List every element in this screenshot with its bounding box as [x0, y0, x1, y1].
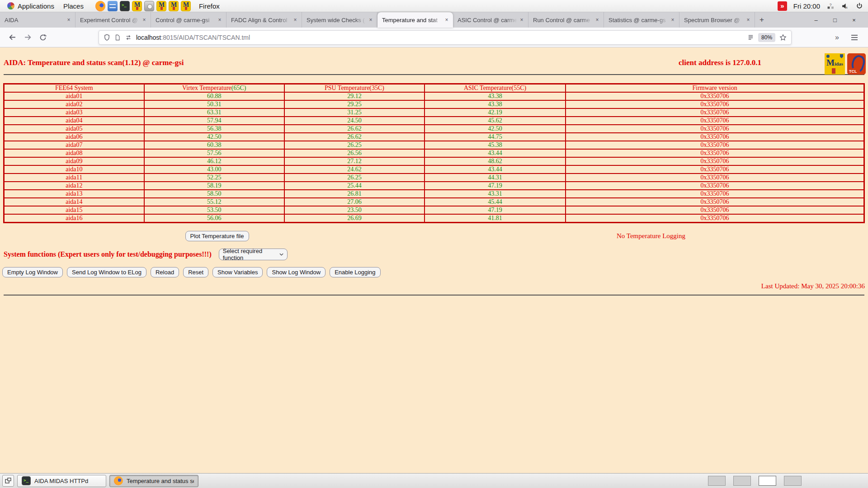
power-icon[interactable]	[855, 2, 863, 10]
asic-temperature-cell: 43.38	[425, 100, 566, 108]
clock[interactable]: Fri 20:00	[793, 2, 820, 10]
virtex-temperature-cell: 55.12	[144, 198, 284, 206]
notification-icon[interactable]: »	[778, 1, 787, 11]
tab-close-icon[interactable]: ×	[292, 17, 298, 23]
browser-tab[interactable]: System wide Checks ( ×	[302, 12, 377, 28]
fee64-system-cell: aida15	[4, 206, 144, 214]
page-title: AIDA: Temperature and status scan(1.12) …	[4, 58, 184, 67]
workspace-cell[interactable]	[759, 476, 776, 486]
browser-tab[interactable]: AIDA ×	[0, 12, 75, 28]
bookmark-star-icon[interactable]	[779, 34, 787, 41]
tab-close-icon[interactable]: ×	[368, 17, 374, 23]
midas-logo[interactable]: Midas	[825, 53, 845, 75]
svg-text:?: ?	[829, 2, 831, 7]
url-text[interactable]: localhost:8015/AIDA/TSCAN/TSCAN.tml	[136, 34, 743, 41]
taskbar-item[interactable]: AIDA MIDAS HTTPd	[17, 475, 106, 487]
tab-close-icon[interactable]: ×	[670, 17, 676, 23]
places-menu[interactable]: Places	[61, 2, 86, 10]
log-action-button[interactable]: Empty Log Window	[2, 267, 63, 277]
files-icon[interactable]	[108, 1, 118, 11]
browser-tab[interactable]: Spectrum Browser @ ×	[679, 12, 755, 28]
browser-tab[interactable]: Run Control @ carme ×	[528, 12, 604, 28]
asic-temperature-cell: 42.50	[425, 125, 566, 133]
browser-tab[interactable]: ASIC Control @ carme ×	[453, 12, 528, 28]
reader-mode-icon[interactable]	[747, 34, 754, 41]
back-button[interactable]	[5, 30, 20, 45]
maximize-button[interactable]: □	[826, 17, 844, 23]
terminal-icon[interactable]	[120, 1, 130, 11]
firefox-tab-bar: AIDA × Experiment Control @ ca × Control…	[0, 12, 868, 28]
function-select[interactable]: Select required function	[219, 249, 288, 260]
new-tab-button[interactable]: +	[755, 12, 769, 28]
tab-close-icon[interactable]: ×	[141, 17, 147, 23]
tracking-shield-icon[interactable]	[104, 34, 110, 41]
table-row: aida04 57.94 24.50 45.62 0x3350706	[4, 117, 864, 125]
psu-temperature-cell: 26.56	[284, 149, 425, 157]
applications-menu[interactable]: Applications	[5, 2, 57, 10]
psu-temperature-cell: 26.69	[284, 214, 425, 223]
firmware-version-cell: 0x3350706	[566, 100, 864, 108]
virtex-temperature-cell: 57.94	[144, 117, 284, 125]
midas-icon[interactable]	[181, 1, 191, 11]
workspace-pager	[708, 476, 802, 486]
log-action-button[interactable]: Reset	[183, 267, 208, 277]
page-header: AIDA: Temperature and status scan(1.12) …	[4, 58, 864, 67]
browser-tab[interactable]: FADC Align & Control ×	[226, 12, 302, 28]
browser-tab[interactable]: Statistics @ carme-gs ×	[604, 12, 679, 28]
minimize-button[interactable]: –	[807, 17, 826, 23]
workspace-cell[interactable]	[708, 476, 726, 486]
page-info-icon[interactable]	[114, 34, 121, 41]
browser-tab[interactable]: Temperature and stat ×	[377, 12, 453, 28]
workspace-cell[interactable]	[733, 476, 751, 486]
close-button[interactable]: ×	[844, 17, 863, 23]
tab-close-icon[interactable]: ×	[745, 17, 751, 23]
browser-tab[interactable]: Control @ carme-gsi ×	[151, 12, 226, 28]
zoom-level-badge[interactable]: 80%	[758, 33, 775, 42]
temperature-table-body: aida01 60.88 29.12 43.38 0x3350706 aida0…	[4, 92, 864, 223]
tcl-logo[interactable]: TCL	[847, 53, 866, 75]
tab-title: Control @ carme-gsi	[156, 17, 215, 23]
midas-icon[interactable]	[132, 1, 142, 11]
volume-muted-icon[interactable]: x	[841, 2, 849, 10]
hamburger-menu-icon[interactable]	[851, 34, 858, 41]
temperature-logging-status: No Temperature Logging	[617, 232, 685, 240]
tab-close-icon[interactable]: ×	[519, 17, 525, 23]
log-action-button[interactable]: Send Log Window to ELog	[67, 267, 146, 277]
toolbar-overflow-icon[interactable]: »	[835, 33, 839, 42]
plot-temperature-file-button[interactable]: Plot Temperature file	[185, 231, 249, 241]
taskbar: AIDA MIDAS HTTPd Temperature and status …	[0, 473, 868, 488]
firmware-version-cell: 0x3350706	[566, 149, 864, 157]
tab-close-icon[interactable]: ×	[594, 17, 600, 23]
desktop: Applications Places Firefox » Fri 20:00 …	[0, 0, 868, 488]
fee64-system-cell: aida14	[4, 198, 144, 206]
virtex-temperature-cell: 56.06	[144, 214, 284, 223]
url-bar[interactable]: localhost:8015/AIDA/TSCAN/TSCAN.tml 80%	[99, 30, 792, 45]
permissions-swap-icon[interactable]	[125, 34, 132, 41]
taskbar-item[interactable]: Temperature and status scan @ car...	[109, 475, 198, 487]
show-desktop-button[interactable]	[2, 475, 14, 487]
tab-close-icon[interactable]: ×	[66, 17, 72, 23]
log-action-button[interactable]: Enable Logging	[330, 267, 380, 277]
psu-temperature-cell: 26.62	[284, 125, 425, 133]
midas-icon[interactable]	[169, 1, 179, 11]
workspace-cell[interactable]	[784, 476, 802, 486]
midas-icon[interactable]	[156, 1, 166, 11]
screenshot-icon[interactable]	[144, 1, 154, 11]
tab-close-icon[interactable]: ×	[217, 17, 223, 23]
asic-temperature-cell: 44.75	[425, 133, 566, 141]
log-action-button[interactable]: Show Variables	[212, 267, 263, 277]
header-asic-temperature: ASIC Temperature(55C)	[425, 84, 566, 93]
network-icon[interactable]: ?	[826, 2, 835, 10]
browser-tab[interactable]: Experiment Control @ ca ×	[75, 12, 151, 28]
psu-temperature-cell: 29.12	[284, 92, 425, 100]
table-row: aida15 53.50 23.50 47.19 0x3350706	[4, 206, 864, 214]
midas-logo-text: Midas	[826, 58, 843, 68]
firefox-icon[interactable]	[95, 1, 105, 11]
log-action-button[interactable]: Show Log Window	[267, 267, 326, 277]
tab-title: System wide Checks (	[307, 17, 366, 23]
reload-button[interactable]	[35, 30, 51, 45]
log-action-button[interactable]: Reload	[151, 267, 179, 277]
fee64-system-cell: aida10	[4, 165, 144, 174]
tab-close-icon[interactable]: ×	[443, 17, 450, 23]
forward-button[interactable]	[20, 30, 35, 45]
